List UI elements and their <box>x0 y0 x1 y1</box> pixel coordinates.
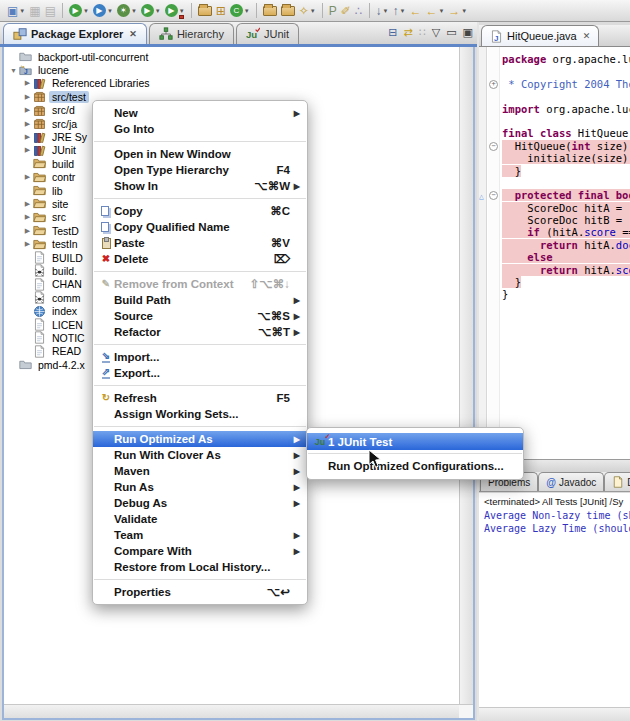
submenu-item-1-junit-test[interactable]: Ju1 JUnit Test <box>307 433 523 450</box>
fold-minus-icon[interactable]: − <box>489 142 498 151</box>
dropdown-arrow-icon[interactable]: ▼ <box>19 8 25 14</box>
dropdown-arrow-icon[interactable]: ▼ <box>131 8 137 14</box>
print-button[interactable]: ▤ <box>43 2 58 20</box>
menu-item-assign-working-sets[interactable]: Assign Working Sets... <box>93 406 307 422</box>
dropdown-arrow-icon[interactable]: ▼ <box>399 8 405 14</box>
menu-item-refresh[interactable]: ↻RefreshF5 <box>93 390 307 406</box>
menu-item-compare-with[interactable]: Compare With▶ <box>93 543 307 559</box>
disclosure-collapsed-icon[interactable]: ▶ <box>22 240 33 248</box>
tab-javadoc[interactable]: @ Javadoc <box>538 472 604 491</box>
tree-item-backport-util-concurrent[interactable]: backport-util-concurrent <box>4 50 459 63</box>
menu-item-copy-qualified-name[interactable]: Copy Qualified Name <box>93 219 307 235</box>
open-resource-button[interactable] <box>261 2 279 20</box>
menu-item-properties[interactable]: Properties⌥↩ <box>93 584 307 600</box>
menu-item-restore-from-local-history[interactable]: Restore from Local History... <box>93 559 307 575</box>
view-extra-icon[interactable]: ∷ <box>419 26 426 39</box>
disclosure-collapsed-icon[interactable]: ▶ <box>22 93 33 101</box>
tree-horizontal-scrollbar[interactable] <box>4 704 459 718</box>
menu-item-import[interactable]: ⇘Import... <box>93 349 307 365</box>
search-button[interactable]: ✧▼ <box>297 2 318 20</box>
menu-item-new[interactable]: New▶ <box>93 105 307 121</box>
tree-item-referenced-libraries[interactable]: ▶Referenced Libraries <box>4 77 459 90</box>
tab-junit[interactable]: JUnit <box>236 23 299 44</box>
minimize-icon[interactable]: ▭ <box>446 26 456 39</box>
disclosure-collapsed-icon[interactable]: ▶ <box>22 173 33 181</box>
menu-item-validate[interactable]: Validate <box>93 511 307 527</box>
menu-item-open-in-new-window[interactable]: Open in New Window <box>93 146 307 162</box>
dropdown-arrow-icon[interactable]: ▼ <box>83 8 89 14</box>
menu-item-remove-from-context[interactable]: ✎Remove from Context⇧⌥⌘↓ <box>93 276 307 292</box>
dropdown-arrow-icon[interactable]: ▼ <box>107 8 113 14</box>
last-edit-location-button[interactable]: ← <box>407 2 423 20</box>
open-project-button[interactable] <box>279 2 297 20</box>
menu-item-build-path[interactable]: Build Path▶ <box>93 292 307 308</box>
view-menu-icon[interactable]: ▽ <box>432 26 440 39</box>
disclosure-expanded-icon[interactable]: ▼ <box>8 67 19 74</box>
dropdown-arrow-icon[interactable]: ▼ <box>179 8 185 14</box>
new-java-project-button[interactable] <box>196 2 214 20</box>
maximize-icon[interactable]: ▣ <box>463 26 473 39</box>
menu-item-show-in[interactable]: Show In⌥⌘W▶ <box>93 178 307 194</box>
disclosure-collapsed-icon[interactable]: ▶ <box>22 133 33 141</box>
tab-hierarchy[interactable]: Hierarchy <box>149 23 234 44</box>
new-java-class-button[interactable]: C▼ <box>228 2 252 20</box>
forward-button[interactable]: →▼ <box>446 2 469 20</box>
link-with-editor-icon[interactable]: ⇄ <box>404 26 413 39</box>
menu-item-debug-as[interactable]: Debug As▶ <box>93 495 307 511</box>
close-icon[interactable]: ✕ <box>583 31 591 41</box>
disclosure-collapsed-icon[interactable]: ▶ <box>22 146 33 154</box>
external-tools-button[interactable]: ▶▼ <box>163 2 187 20</box>
dropdown-arrow-icon[interactable]: ▼ <box>310 8 316 14</box>
occurrences-button[interactable]: ∴ <box>353 2 365 20</box>
tab-hitqueue-java[interactable]: HitQueue.java ✕ <box>481 25 599 46</box>
tree-vertical-scrollbar[interactable] <box>459 47 473 704</box>
fold-plus-icon[interactable]: + <box>489 80 498 89</box>
close-icon[interactable]: ✕ <box>129 29 137 39</box>
menu-item-source[interactable]: Source⌥⌘S▶ <box>93 308 307 324</box>
tab-package-explorer[interactable]: Package Explorer ✕ <box>3 23 147 44</box>
dropdown-arrow-icon[interactable]: ▼ <box>244 8 250 14</box>
tree-item-lucene[interactable]: ▼lucene <box>4 63 459 76</box>
dropdown-arrow-icon[interactable]: ▼ <box>155 8 161 14</box>
disclosure-collapsed-icon[interactable]: ▶ <box>22 200 33 208</box>
new-wizard-button[interactable]: ▣▼ <box>5 2 27 20</box>
menu-item-run-optimized-as[interactable]: Run Optimized As▶ <box>93 431 307 447</box>
menu-item-refactor[interactable]: Refactor⌥⌘T▶ <box>93 324 307 340</box>
run-button[interactable]: ▶▼ <box>139 2 163 20</box>
next-annotation-button[interactable]: ↓▼ <box>374 2 391 20</box>
disclosure-collapsed-icon[interactable]: ▶ <box>22 227 33 235</box>
dropdown-arrow-icon[interactable]: ▼ <box>461 8 467 14</box>
console-horizontal-scrollbar[interactable] <box>479 707 630 721</box>
dropdown-arrow-icon[interactable]: ▼ <box>438 8 444 14</box>
disclosure-collapsed-icon[interactable]: ▶ <box>22 106 33 114</box>
menu-item-team[interactable]: Team▶ <box>93 527 307 543</box>
menu-item-copy[interactable]: Copy⌘C <box>93 203 307 219</box>
collapse-all-icon[interactable]: ⊟ <box>388 26 397 39</box>
menu-item-run-with-clover-as[interactable]: Run With Clover As▶ <box>93 447 307 463</box>
tab-declaration[interactable]: Declaration <box>604 472 630 491</box>
menu-item-export[interactable]: ⇗Export... <box>93 365 307 381</box>
menu-item-run-as[interactable]: Run As▶ <box>93 479 307 495</box>
sweep-annotations-button[interactable]: ✐ <box>339 2 353 20</box>
console-view[interactable]: <terminated> All Tests [JUnit] /Sy Avera… <box>479 493 630 707</box>
code-editor[interactable]: package org.apache.luc+ * Copyright 2004… <box>479 47 630 459</box>
run-coverage-button[interactable]: ▶▼ <box>67 2 91 20</box>
menu-item-paste[interactable]: Paste⌘V <box>93 235 307 251</box>
submenu-item-run-optimized-configurations[interactable]: Run Optimized Configurations... <box>307 457 523 474</box>
dropdown-arrow-icon[interactable]: ▼ <box>383 8 389 14</box>
fold-minus-icon[interactable]: − <box>489 191 498 200</box>
disclosure-collapsed-icon[interactable]: ▶ <box>22 120 33 128</box>
menu-item-go-into[interactable]: Go Into <box>93 121 307 137</box>
toggle-mark-occurrences-button[interactable]: P <box>327 2 339 20</box>
previous-annotation-button[interactable]: ↑▼ <box>390 2 407 20</box>
save-button[interactable]: ▦ <box>27 2 42 20</box>
debug-button[interactable]: ✶▼ <box>115 2 139 20</box>
menu-item-maven[interactable]: Maven▶ <box>93 463 307 479</box>
disclosure-collapsed-icon[interactable]: ▶ <box>22 213 33 221</box>
run-profile-button[interactable]: ▶▼ <box>91 2 115 20</box>
back-button[interactable]: ←▼ <box>423 2 446 20</box>
new-java-package-button[interactable]: ⊞ <box>214 2 228 20</box>
disclosure-collapsed-icon[interactable]: ▶ <box>22 79 33 87</box>
menu-item-open-type-hierarchy[interactable]: Open Type HierarchyF4 <box>93 162 307 178</box>
menu-item-delete[interactable]: ✖Delete⌦ <box>93 251 307 267</box>
